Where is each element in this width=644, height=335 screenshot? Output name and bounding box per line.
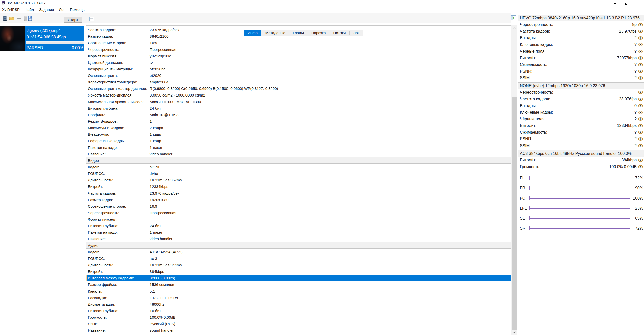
open-folder-icon[interactable] (9, 15, 15, 21)
slider-thumb[interactable] (529, 226, 530, 230)
slider-thumb[interactable] (529, 206, 530, 210)
table-row[interactable]: Название:sound handler (86, 327, 511, 333)
menu-item-помощь[interactable]: Помощь (70, 6, 87, 13)
slider-track[interactable] (530, 228, 630, 229)
table-row[interactable]: FOURCC:ac-3 (86, 255, 511, 262)
table-row[interactable]: Референсные кадры:1 кадр (86, 137, 511, 144)
table-row[interactable]: Длительность:1h 31m 54s 944ms (86, 262, 511, 268)
table-row[interactable]: Пакетов на кадр:1 пакет (86, 144, 511, 151)
table-row[interactable]: Кодек:NONE (86, 164, 511, 170)
table-row[interactable]: Чересстрочность:Прогрессивная (86, 46, 511, 53)
eye-preview-icon[interactable] (638, 165, 643, 168)
eye-preview-icon[interactable] (638, 36, 643, 40)
menu-item-задания[interactable]: Задания (39, 6, 56, 13)
table-row[interactable]: Формат пикселя:yuv420p10le (86, 53, 511, 59)
table-row[interactable]: Битовая глубина:24 бит (86, 105, 511, 111)
table-row[interactable]: Битовая глубина:24 бит (86, 222, 511, 229)
table-row[interactable]: Дискретизация:48000hz (86, 301, 511, 307)
table-row[interactable]: Язык:Русский (RUS) (86, 320, 511, 327)
table-row[interactable]: Размер фрейма:1536 семплов (86, 281, 511, 288)
start-button[interactable]: Старт (64, 17, 82, 23)
table-row[interactable]: Коэффициенты матрицы:bt2020nc (86, 66, 511, 72)
task-log-icon[interactable] (89, 16, 95, 22)
file-list-item[interactable]: Jigsaw (2017).mp4 01:31:54.968 58.45gb P… (0, 26, 84, 51)
table-row[interactable]: Название:video handler (86, 151, 511, 157)
eye-preview-icon[interactable] (638, 56, 643, 60)
volume-slider-sr[interactable] (529, 226, 630, 230)
table-row[interactable]: Режим B-кадров:1 (86, 118, 511, 124)
eye-preview-icon[interactable] (638, 104, 643, 107)
menu-item-xvid4psp[interactable]: XviD4PSP (2, 6, 22, 13)
table-row[interactable]: Длительность:1h 31m 54s 967ms (86, 177, 511, 183)
table-row[interactable]: Каналы:5.1 (86, 288, 511, 294)
table-row[interactable]: Чересстрочность:Прогрессивная (86, 209, 511, 216)
eye-preview-icon[interactable] (638, 117, 643, 121)
table-row[interactable]: Раскладка:L R C LFE Ls Rs (86, 294, 511, 301)
eye-preview-icon[interactable] (638, 50, 643, 53)
slider-thumb[interactable] (529, 186, 530, 190)
slider-track[interactable] (530, 198, 630, 199)
table-row[interactable]: B-задержка:1 кадр (86, 131, 511, 137)
eye-preview-icon[interactable] (638, 43, 643, 46)
slider-thumb[interactable] (529, 176, 530, 180)
eye-preview-icon[interactable] (638, 124, 643, 127)
scroll-down-arrow-icon[interactable] (511, 329, 517, 335)
eye-preview-icon[interactable] (638, 131, 643, 134)
menu-item-файл[interactable]: Файл (25, 6, 36, 13)
eye-preview-icon[interactable] (638, 23, 643, 26)
slider-thumb[interactable] (529, 196, 530, 200)
slider-track[interactable] (530, 188, 630, 188)
toggle-right-panel-icon[interactable] (510, 15, 517, 21)
table-row[interactable]: Профиль:Main 10 @ L15.3 (86, 111, 511, 118)
table-row[interactable]: FOURCC:dvhe (86, 170, 511, 177)
volume-slider-fr[interactable] (529, 186, 630, 190)
table-row[interactable]: Формат пикселя: (86, 216, 511, 222)
table-row[interactable]: Размер кадра:3840x2160 (86, 33, 511, 39)
table-row[interactable]: Максимум B-кадров:2 кадра (86, 124, 511, 131)
eye-preview-icon[interactable] (638, 30, 643, 33)
eye-preview-icon[interactable] (638, 159, 643, 162)
table-row[interactable]: Пакетов на кадр:1 пакет (86, 229, 511, 235)
table-row[interactable]: Громкость:100.0% 0.00dB (86, 314, 511, 320)
table-row[interactable]: Размер кадра:1920x1080 (86, 196, 511, 203)
menu-item-лог[interactable]: Лог (59, 6, 67, 13)
scroll-up-arrow-icon[interactable] (511, 25, 517, 31)
slider-thumb[interactable] (529, 216, 530, 220)
eye-preview-icon[interactable] (638, 63, 643, 66)
slider-track[interactable] (530, 178, 630, 178)
volume-slider-fc[interactable] (529, 196, 630, 200)
eye-preview-icon[interactable] (638, 91, 643, 94)
eye-preview-icon[interactable] (638, 98, 643, 101)
table-row[interactable]: Максимальная яркость пикселя:MaxCLL=1000… (86, 98, 511, 105)
vertical-scrollbar[interactable] (511, 25, 517, 335)
table-row[interactable]: Цветовой диапазон:tv (86, 59, 511, 66)
eye-preview-icon[interactable] (638, 70, 643, 73)
scrollbar-thumb[interactable] (512, 97, 517, 330)
eye-preview-icon[interactable] (638, 76, 643, 80)
volume-slider-sl[interactable] (529, 216, 630, 220)
table-row-selected[interactable]: Интервал между кадрами:32000 (0.032s) (86, 275, 511, 281)
table-row[interactable]: Кодек:ATSC A/52A (AC-3) (86, 249, 511, 255)
table-row[interactable]: Частота кадров:23.976 кадра/сек (86, 190, 511, 196)
table-row[interactable]: Соотношение сторон:16:9 (86, 39, 511, 46)
eye-preview-icon[interactable] (638, 111, 643, 114)
table-row[interactable]: Битрейт:384kbps (86, 268, 511, 275)
volume-slider-lfe[interactable] (529, 206, 630, 210)
eye-preview-icon[interactable] (638, 137, 643, 141)
save-icon[interactable] (27, 15, 33, 21)
table-row[interactable]: Битовая глубина:16 бит (86, 307, 511, 314)
table-row[interactable]: Битрейт:12334kbps (86, 183, 511, 190)
table-row[interactable]: Название:video handler (86, 235, 511, 242)
table-row[interactable]: Частота кадров:23.976 кадра/сек (86, 26, 511, 33)
volume-slider-fl[interactable] (529, 176, 630, 180)
table-row[interactable]: Основные цвета:bt2020 (86, 72, 511, 79)
video-file-icon[interactable] (2, 15, 8, 21)
slider-track[interactable] (530, 218, 630, 219)
eye-preview-icon[interactable] (638, 144, 643, 147)
table-row[interactable]: Характеристики трансфера:smpte2084 (86, 79, 511, 85)
table-row[interactable]: Соотношение сторон:16:9 (86, 203, 511, 209)
table-row[interactable]: Основные цвета мастер-дисплея:R(0.6800, … (86, 85, 511, 92)
table-row[interactable]: Яркость мастер-дисплея:0.0050 cd/m2 - 10… (86, 92, 511, 98)
slider-track[interactable] (530, 208, 630, 209)
remove-item-icon[interactable] (16, 15, 22, 21)
